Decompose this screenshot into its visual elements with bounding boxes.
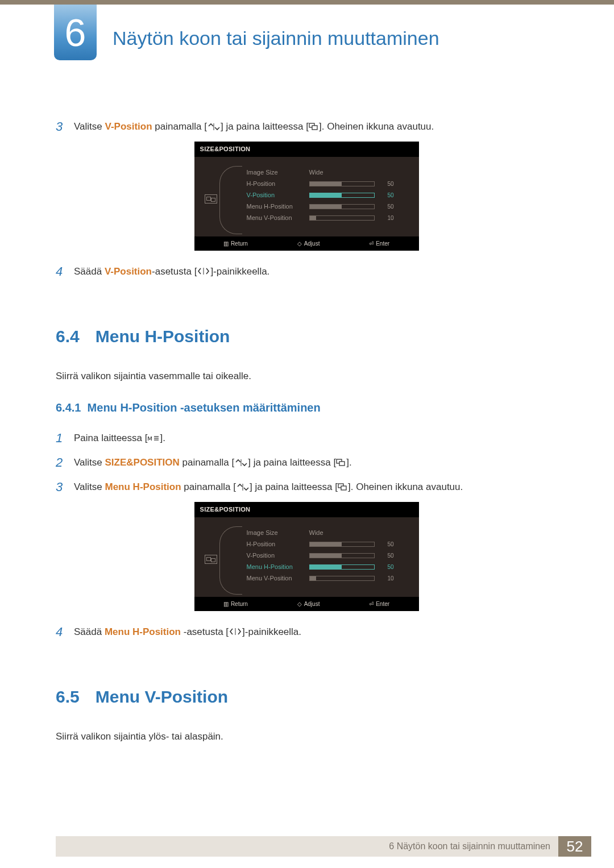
step-4b: 4 Säädä Menu H-Position -asetusta []-pai… [56, 622, 557, 641]
up-down-icon [234, 459, 248, 467]
step-text: Säädä Menu H-Position -asetusta []-paini… [74, 622, 301, 639]
osd-item-value-selected: 50 [379, 563, 394, 571]
osd-item-label-selected: V-Position [247, 190, 309, 200]
text: Säädä [74, 626, 105, 637]
text: ]. Oheinen ikkuna avautuu. [319, 121, 434, 132]
osd-item-label: Image Size [247, 168, 309, 177]
osd-item-label: Image Size [247, 528, 309, 538]
text: painamalla [ [180, 457, 234, 468]
osd-item-value-selected: 50 [379, 191, 394, 200]
left-right-diamond-icon: ◇ [297, 601, 302, 607]
left-right-icon [229, 628, 242, 636]
step-6-4-1-2: 2 Valitse SIZE&POSITION painamalla [] ja… [56, 453, 557, 472]
osd-item-label: V-Position [247, 551, 309, 560]
text: Säädä [74, 266, 105, 277]
step-text: Säädä V-Position-asetusta []-painikkeell… [74, 262, 269, 279]
section-title: Menu V-Position [96, 684, 228, 709]
osd-item-label: H-Position [247, 539, 309, 549]
svg-rect-13 [341, 486, 346, 490]
subsection-title: Menu H-Position -asetuksen määrittäminen [88, 401, 321, 414]
section-6-4-description: Siirrä valikon sijaintia vasemmalle tai … [56, 369, 557, 384]
text: -asetusta [ [181, 626, 229, 637]
chapter-header: 6 Näytön koon tai sijainnin muuttaminen [0, 10, 614, 66]
keyword: V-Position [105, 121, 152, 132]
text: Valitse [74, 121, 105, 132]
footer-chapter-text: 6 Näytön koon tai sijainnin muuttaminen [389, 840, 550, 853]
step-text: Valitse SIZE&POSITION painamalla [] ja p… [74, 453, 352, 470]
section-number: 6.5 [56, 684, 80, 709]
left-right-icon [197, 267, 210, 275]
text: Valitse [74, 457, 105, 468]
step-text: Valitse V-Position painamalla [] ja pain… [74, 117, 434, 134]
menu-bars-icon: ▥ [223, 601, 229, 607]
osd-item-value: 50 [379, 202, 394, 211]
section-number: 6.4 [56, 323, 80, 349]
step-number: 2 [56, 453, 74, 472]
step-text: Paina laitteessa [ᴍ]. [74, 429, 165, 446]
osd-footer-enter: ⏎Enter [369, 600, 389, 608]
subsection-6-4-1-heading: 6.4.1 Menu H-Position -asetuksen määritt… [56, 399, 557, 416]
up-down-icon [207, 123, 221, 131]
text: ]. [346, 457, 351, 468]
text: Paina laitteessa [ [74, 433, 147, 443]
step-3a: 3 Valitse V-Position painamalla [] ja pa… [56, 117, 557, 136]
up-down-icon [236, 483, 250, 491]
section-title: Menu H-Position [96, 323, 230, 349]
text: ]-painikkeella. [210, 266, 269, 277]
enter-icon [336, 459, 346, 467]
enter-icon [338, 483, 348, 491]
osd-footer-adjust: ◇Adjust [297, 600, 320, 608]
step-6-4-1-1: 1 Paina laitteessa [ᴍ]. [56, 429, 557, 447]
keyword: Menu H-Position [105, 481, 181, 492]
svg-rect-2 [312, 126, 317, 130]
osd-item-label: Menu H-Position [247, 202, 309, 211]
osd-item-value: 50 [379, 180, 394, 188]
text: painamalla [ [181, 481, 236, 492]
osd-item-value: 10 [379, 574, 394, 583]
enter-icon [309, 123, 319, 131]
osd-footer-enter: ⏎Enter [369, 239, 389, 248]
text: ] ja paina laitteessa [ [250, 481, 338, 492]
step-number: 4 [56, 262, 74, 281]
osd-item-value: 10 [379, 214, 394, 222]
text: Valitse [74, 481, 105, 492]
osd-footer-return: ▥Return [223, 600, 248, 608]
osd-item-label: Menu V-Position [247, 574, 309, 583]
page-number-badge: 52 [558, 836, 591, 857]
osd-category-icon [205, 194, 217, 203]
chapter-title: Näytön koon tai sijainnin muuttaminen [113, 24, 439, 53]
svg-text:ᴍ: ᴍ [147, 435, 152, 442]
step-text: Valitse Menu H-Position painamalla [] ja… [74, 477, 463, 495]
step-4a: 4 Säädä V-Position-asetusta []-painikkee… [56, 262, 557, 281]
step-number: 1 [56, 429, 74, 447]
osd-item-value: Wide [309, 168, 332, 177]
subsection-number: 6.4.1 [56, 401, 81, 414]
text: ]-painikkeella. [242, 626, 301, 637]
osd-item-value: 50 [379, 540, 394, 549]
osd-title: SIZE&POSITION [194, 502, 419, 517]
step-number: 3 [56, 117, 74, 136]
osd-item-value: 50 [379, 551, 394, 560]
osd-item-label: Menu V-Position [247, 213, 309, 223]
text: painamalla [ [152, 121, 207, 132]
step-number: 3 [56, 477, 74, 496]
osd-item-label-selected: Menu H-Position [247, 562, 309, 572]
section-6-5-description: Siirrä valikon sijaintia ylös- tai alasp… [56, 729, 557, 744]
osd-footer-adjust: ◇Adjust [297, 239, 320, 248]
enter-icon: ⏎ [369, 601, 374, 607]
text: -asetusta [ [152, 266, 197, 277]
section-6-4-heading: 6.4 Menu H-Position [56, 323, 557, 349]
keyword: SIZE&POSITION [105, 457, 180, 468]
menu-icon: ᴍ [147, 435, 160, 442]
osd-title: SIZE&POSITION [194, 142, 419, 157]
text: ]. Oheinen ikkuna avautuu. [348, 481, 463, 492]
osd-item-value: Wide [309, 528, 332, 538]
osd-item-label: H-Position [247, 179, 309, 189]
text: ] ja paina laitteessa [ [221, 121, 309, 132]
osd-category-icon [205, 555, 217, 564]
keyword: V-Position [105, 266, 152, 277]
svg-rect-10 [339, 462, 345, 466]
step-6-4-1-3: 3 Valitse Menu H-Position painamalla [] … [56, 477, 557, 496]
chapter-number-badge: 6 [54, 5, 97, 60]
left-right-diamond-icon: ◇ [297, 240, 302, 247]
